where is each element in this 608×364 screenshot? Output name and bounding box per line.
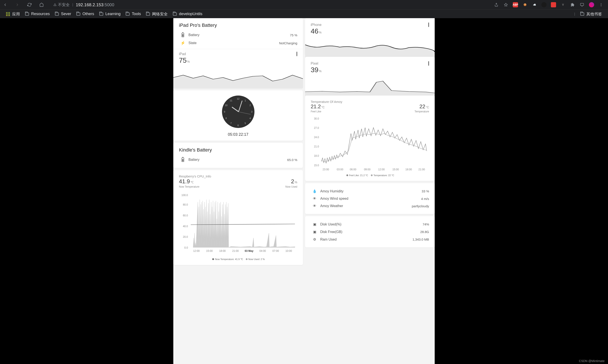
- bookmark-folder[interactable]: Tools: [126, 12, 141, 16]
- card-title: iPad Pro's Battery: [179, 23, 297, 28]
- system-info-card: ▣Disk Used(%)74% ▣Disk Free(GB)28.8G ⚙Ra…: [305, 216, 435, 247]
- svg-text:06:00: 06:00: [350, 168, 356, 171]
- browser-toolbar: 不安全 | 192.168.2.153:5000 ABP 🍪 ☁️ V: [0, 0, 608, 10]
- svg-text:10:00: 10:00: [285, 249, 292, 252]
- iphone-card: iPhone 46%: [305, 18, 435, 55]
- svg-text:60.0: 60.0: [183, 214, 188, 217]
- chart-legend: Now Temperature: 41.9 ℃ Now Used: 2 %: [179, 258, 297, 261]
- svg-text:07:00: 07:00: [272, 249, 279, 252]
- svg-text:30.0: 30.0: [314, 117, 319, 120]
- svg-text:15:00: 15:00: [392, 168, 399, 171]
- svg-text:21:00: 21:00: [419, 168, 425, 171]
- pixel-sparkline-chart: [305, 74, 435, 98]
- share-icon[interactable]: [494, 2, 499, 7]
- spark-name: iPhone: [311, 23, 322, 27]
- list-row[interactable]: ▣Disk Used(%)74%: [311, 221, 429, 228]
- chart-legend: Feel Like: 21.2 °C Temperature: 22 °C: [311, 174, 429, 177]
- ext-cookie-icon[interactable]: 🍪: [522, 2, 527, 7]
- bookmark-folder[interactable]: Sever: [55, 12, 71, 16]
- clock-card: 121 23 45 67 89 1011 05:03 22:17: [173, 90, 303, 141]
- svg-text:24.0: 24.0: [314, 136, 319, 139]
- list-row[interactable]: Battery 65.0 %: [179, 156, 297, 164]
- svg-text:18:00: 18:00: [219, 249, 226, 252]
- url-text: 192.168.2.153:5000: [76, 2, 114, 7]
- svg-marker-0: [504, 3, 508, 6]
- disk-icon: ▣: [311, 222, 319, 226]
- battery-outline-icon: [428, 23, 429, 27]
- svg-text:23:00: 23:00: [323, 168, 329, 171]
- home-button[interactable]: [39, 2, 44, 7]
- svg-text:03:00: 03:00: [337, 168, 343, 171]
- star-icon[interactable]: [503, 2, 509, 7]
- svg-text:18:00: 18:00: [405, 168, 412, 171]
- svg-text:15:00: 15:00: [206, 249, 213, 252]
- extensions-icon[interactable]: [570, 2, 575, 7]
- svg-point-4: [601, 5, 602, 5]
- svg-text:80.0: 80.0: [183, 203, 188, 206]
- bookmark-folder[interactable]: Others: [76, 12, 94, 16]
- other-bookmarks[interactable]: 其他书签: [580, 12, 602, 17]
- menu-icon[interactable]: [598, 2, 604, 7]
- list-row[interactable]: ▣Disk Free(GB)28.8G: [311, 228, 429, 236]
- svg-rect-1: [581, 3, 584, 6]
- battery-icon: [179, 157, 187, 162]
- battery-outline-icon: [297, 52, 297, 56]
- apps-button[interactable]: 应用: [6, 12, 20, 17]
- ext-cloud-icon[interactable]: ☁️: [532, 2, 537, 7]
- battery-icon: [179, 33, 187, 37]
- bookmark-folder[interactable]: Learning: [99, 12, 121, 16]
- list-row[interactable]: 👁Amoy Wind speed4 m/s: [311, 195, 429, 202]
- svg-text:0.0: 0.0: [184, 246, 188, 249]
- svg-text:18.0: 18.0: [314, 154, 319, 157]
- reload-button[interactable]: [27, 2, 32, 7]
- svg-text:12:00: 12:00: [193, 249, 200, 252]
- bookmarks-bar: 应用 Resources Sever Others Learning Tools…: [0, 10, 608, 18]
- cpu-history-chart: 0.0 20.0 40.0 60.0 80.0 100.0 12:0015:00…: [179, 190, 297, 257]
- svg-text:03 May: 03 May: [245, 249, 253, 252]
- pixel-card: Pixel 39%: [305, 57, 435, 93]
- cpu-info-card: Respberry's CPU_Info 41.9℃Now Temperatur…: [173, 170, 303, 265]
- kindle-battery-card: Kindle's Battery Battery 65.0 %: [173, 143, 303, 168]
- weather-info-card: 💧Amoy Humidity33 % 👁Amoy Wind speed4 m/s…: [305, 183, 435, 214]
- list-row[interactable]: ⚙Ram Used1,343.0 MB: [311, 236, 429, 243]
- disk-icon: ▣: [311, 230, 319, 234]
- svg-text:40.0: 40.0: [183, 225, 188, 228]
- bolt-icon: ⚡: [179, 41, 187, 45]
- humidity-icon: 💧: [311, 189, 319, 193]
- bookmark-folder[interactable]: developUntils: [173, 12, 202, 16]
- card-title: Temperature Of Amoy: [311, 100, 429, 104]
- amoy-temperature-card: Temperature Of Amoy 21.2°CFeel Like 22°C…: [305, 96, 435, 181]
- list-row[interactable]: ⚡ State NotCharging: [179, 39, 297, 47]
- list-row[interactable]: Battery 75 %: [179, 31, 297, 39]
- svg-text:100.0: 100.0: [181, 194, 188, 197]
- ipad-sparkline-chart: [173, 65, 303, 88]
- ext-red-icon[interactable]: [551, 2, 556, 7]
- bookmark-folder[interactable]: 网络安全: [146, 12, 168, 17]
- ext-v-icon[interactable]: V: [560, 2, 566, 7]
- list-row[interactable]: 👁Amoy Weatherpartlycloudy: [311, 202, 429, 210]
- ipad-pro-battery-card: iPad Pro's Battery Battery 75 % ⚡ State …: [173, 18, 303, 88]
- address-bar[interactable]: 不安全 | 192.168.2.153:5000: [50, 1, 486, 9]
- ext-dark-icon[interactable]: [541, 2, 547, 7]
- svg-text:15.0: 15.0: [314, 164, 319, 167]
- gear-icon: ⚙: [311, 237, 319, 241]
- devices-icon[interactable]: [580, 2, 585, 7]
- back-button[interactable]: [3, 2, 8, 7]
- card-title: Kindle's Battery: [179, 147, 297, 153]
- svg-text:21.0: 21.0: [314, 145, 319, 148]
- list-row[interactable]: 💧Amoy Humidity33 %: [311, 187, 429, 195]
- profile-avatar[interactable]: [589, 2, 594, 7]
- analog-clock: 121 23 45 67 89 1011: [222, 96, 255, 128]
- insecure-icon: 不安全: [53, 2, 70, 7]
- eye-icon: 👁: [311, 197, 319, 201]
- svg-point-5: [601, 6, 602, 6]
- spark-name: Pixel: [311, 62, 318, 65]
- svg-text:27.0: 27.0: [314, 127, 319, 130]
- ext-abp-icon[interactable]: ABP: [513, 2, 518, 7]
- svg-point-3: [601, 3, 602, 4]
- svg-text:09:00: 09:00: [364, 168, 370, 171]
- bookmark-folder[interactable]: Resources: [25, 12, 50, 16]
- forward-button[interactable]: [15, 2, 20, 7]
- card-title: Respberry's CPU_Info: [179, 174, 297, 178]
- svg-text:04:00: 04:00: [259, 249, 266, 252]
